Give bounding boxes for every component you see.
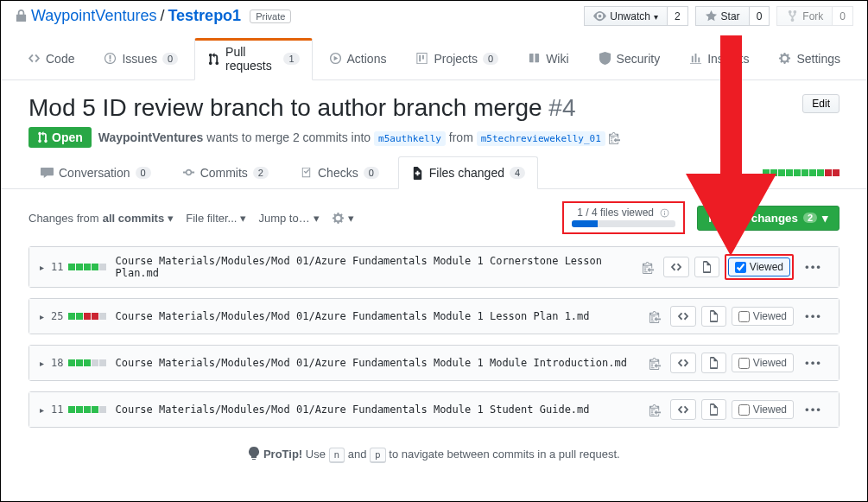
diffstat-bar [68,406,106,413]
tab-settings[interactable]: Settings [765,38,853,79]
source-view-button[interactable] [670,399,696,420]
state-badge: Open [29,127,92,148]
star-button[interactable]: Star 0 [695,6,770,26]
gear-icon [778,52,791,65]
file-menu-button[interactable]: ••• [799,400,828,420]
tab-issues[interactable]: Issues0 [91,38,191,79]
edit-button[interactable]: Edit [802,94,839,113]
expand-caret[interactable]: ▸ [40,405,44,415]
source-view-button[interactable] [670,306,696,327]
copy-path-icon[interactable] [649,310,662,323]
viewed-checkbox[interactable]: Viewed [732,400,794,419]
file-path[interactable]: Course Materials/Modules/Mod 01/Azure Fu… [115,255,641,279]
code-icon [28,52,41,65]
protip: ProTip! Use n and p to navigate between … [1,438,867,469]
file-diff-icon [411,167,424,180]
fork-icon [786,10,799,22]
rendered-view-button[interactable] [701,353,726,373]
copy-path-icon[interactable] [649,404,662,416]
file-row: ▸ 25 Course Materials/Modules/Mod 01/Azu… [29,298,839,334]
tab-commits[interactable]: Commits2 [170,157,281,188]
repo-link[interactable]: Testrepo1 [168,7,241,25]
unwatch-count[interactable]: 2 [668,6,688,26]
tab-pull-requests[interactable]: Pull requests1 [194,38,312,80]
copy-path-icon[interactable] [642,261,655,274]
lock-icon [15,10,28,22]
review-changes-button[interactable]: Review changes2 ▾ [697,206,839,231]
pr-icon [207,53,220,66]
copy-path-icon[interactable] [649,357,662,370]
diffstat-bar [68,359,106,366]
file-icon [708,357,719,369]
overall-diffstat [763,169,839,176]
comment-icon [41,166,54,179]
file-path[interactable]: Course Materials/Modules/Mod 01/Azure Fu… [115,357,648,369]
tab-code[interactable]: Code [15,38,87,79]
lightbulb-icon [248,447,260,461]
jump-to-dropdown[interactable]: Jump to… ▾ [258,212,319,225]
star-count[interactable]: 0 [750,6,770,26]
tab-wiki[interactable]: Wiki [515,38,581,79]
code-icon [677,357,689,369]
fork-button[interactable]: Fork 0 [776,6,853,26]
eye-icon [593,10,606,22]
file-menu-button[interactable]: ••• [799,307,828,327]
tab-conversation[interactable]: Conversation0 [29,157,163,188]
tab-checks[interactable]: Checks0 [288,157,391,188]
head-branch[interactable]: m5techreviewekelly_01 [477,131,605,146]
expand-caret[interactable]: ▸ [40,263,44,272]
changes-from-dropdown[interactable]: Changes from all commits ▾ [29,212,174,225]
file-row: ▸ 11 Course Materials/Modules/Mod 01/Azu… [29,391,839,428]
line-count: 11 [51,261,63,273]
expand-caret[interactable]: ▸ [40,359,44,368]
fork-count[interactable]: 0 [833,6,853,26]
star-icon [705,10,718,22]
pr-title: Mod 5 ID review branch to author branch … [29,94,575,122]
expand-caret[interactable]: ▸ [40,312,44,321]
source-view-button[interactable] [670,353,696,373]
tab-files-changed[interactable]: Files changed4 [398,156,538,189]
diffstat-bar [68,264,106,270]
viewed-checkbox[interactable]: Viewed [732,353,794,372]
graph-icon [689,52,702,65]
line-count: 18 [51,357,63,369]
line-count: 11 [51,404,63,416]
code-icon [670,261,682,273]
merge-description: WaypointVentures wants to merge 2 commit… [98,130,620,144]
base-branch[interactable]: m5authkelly [374,131,446,146]
tab-projects[interactable]: Projects0 [402,38,511,79]
file-path[interactable]: Course Materials/Modules/Mod 01/Azure Fu… [115,310,648,322]
rendered-view-button[interactable] [701,399,726,420]
file-menu-button[interactable]: ••• [799,353,828,373]
files-viewed-progress: 1 / 4 files viewed [562,201,685,234]
file-menu-button[interactable]: ••• [799,257,828,277]
owner-link[interactable]: WaypointVentures [31,7,156,25]
rendered-view-button[interactable] [701,306,726,327]
diff-settings-dropdown[interactable]: ▾ [332,212,354,225]
file-filter-dropdown[interactable]: File filter... ▾ [186,212,246,225]
file-row: ▸ 18 Course Materials/Modules/Mod 01/Azu… [29,345,839,381]
file-icon [708,404,719,416]
file-path[interactable]: Course Materials/Modules/Mod 01/Azure Fu… [115,404,648,416]
pr-open-icon [37,131,48,143]
tab-actions[interactable]: Actions [316,38,400,79]
source-view-button[interactable] [663,257,689,277]
file-icon [708,310,719,322]
copy-icon[interactable] [609,131,620,144]
info-icon[interactable] [659,207,670,219]
play-icon [329,52,342,65]
visibility-badge: Private [250,10,291,23]
viewed-checkbox[interactable]: Viewed [732,307,794,326]
viewed-checkbox[interactable]: Viewed [728,257,790,276]
issue-icon [104,52,117,65]
tab-insights[interactable]: Insights [676,38,762,79]
shield-icon [599,52,611,65]
book-icon [528,52,541,65]
line-count: 25 [51,310,63,322]
project-icon [415,52,428,65]
file-icon [701,261,713,273]
rendered-view-button[interactable] [694,257,719,277]
tab-security[interactable]: Security [586,38,674,79]
diffstat-bar [68,313,106,320]
unwatch-button[interactable]: Unwatch 2 [584,6,687,26]
